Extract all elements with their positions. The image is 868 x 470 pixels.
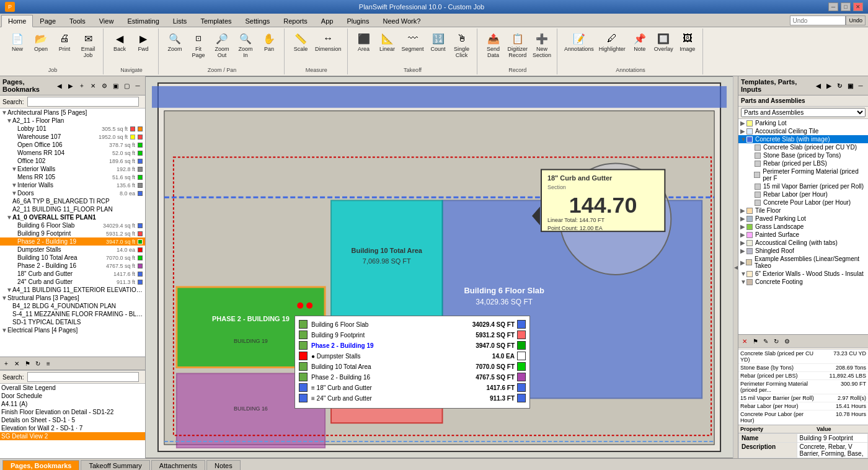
open-button[interactable]: 📂Open <box>30 30 52 54</box>
add-page-button[interactable]: + <box>77 81 87 91</box>
refresh-button[interactable]: ↻ <box>33 358 43 368</box>
zoom-button[interactable]: 🔍Zoom <box>164 30 186 54</box>
calc-flag-button[interactable]: ⚑ <box>750 336 760 346</box>
bookmark-item[interactable]: Elevation for Wall 2 - SD-1 · 7 <box>0 424 145 432</box>
email-job-button[interactable]: ✉EmailJob <box>77 30 99 60</box>
tree-expand-icon[interactable]: ▼ <box>6 286 12 293</box>
tree-item-selected[interactable]: Phase 2 - Building 19 3947.0 sq ft <box>0 237 145 246</box>
bookmark-item[interactable]: Finish Floor Elevation on Detail - SD1-2… <box>0 408 145 416</box>
tree-item[interactable]: SD-1 TYPICAL DETAILS <box>0 318 145 326</box>
expand-icon[interactable]: ▶ <box>740 247 746 254</box>
tree-item[interactable]: Warehouse 107 1952.0 sq ft <box>0 133 145 141</box>
calc-refresh-button[interactable]: ↻ <box>771 336 781 346</box>
expand-icon[interactable]: ▼ <box>740 278 746 285</box>
tab-lists[interactable]: Lists <box>166 14 194 27</box>
expand-icon[interactable]: ▶ <box>740 207 746 214</box>
bookmark-item[interactable]: Details on Sheet - SD-1 · 5 <box>0 416 145 424</box>
tree-item[interactable]: B4_12 BLDG 4_FOUNDATION PLAN <box>0 302 145 310</box>
parts-item[interactable]: Rebar Labor (per Hour) <box>738 190 868 198</box>
tree-expand-icon[interactable]: ▼ <box>11 190 17 197</box>
parts-item[interactable]: ▶ Parking Lot <box>738 119 868 127</box>
tab-takeoff-summary[interactable]: Takeoff Summary <box>81 460 149 470</box>
print-button[interactable]: 🖨Print <box>53 30 76 54</box>
tree-item[interactable]: ▼ Interior Walls 135.6 ft <box>0 181 145 189</box>
tree-item[interactable]: ▼ Structural Plans [3 Pages] <box>0 294 145 302</box>
expand-icon[interactable]: ▶ <box>740 215 746 222</box>
expand-icon[interactable]: ▶ <box>740 128 746 135</box>
parts-item[interactable]: ▶ Example Assemblies (Linear/Segment Tak… <box>738 255 868 270</box>
new-section-button[interactable]: ➕NewSection <box>531 30 553 60</box>
templates-expand-button[interactable]: ▣ <box>845 81 855 91</box>
tree-item[interactable]: ▼ A1_0 OVERALL SITE PLAN1 <box>0 213 145 221</box>
bookmark-item[interactable]: Door Schedule <box>0 392 145 400</box>
flag-button[interactable]: ⚑ <box>22 358 32 368</box>
templates-fwd-button[interactable]: ▶ <box>824 81 834 91</box>
parts-item[interactable]: ▼ Concrete Footing <box>738 278 868 286</box>
pages-tree[interactable]: ▼ Architectural Plans [5 Pages] ▼ A2_11 … <box>0 109 145 357</box>
tree-item[interactable]: ▼ Architectural Plans [5 Pages] <box>0 109 145 117</box>
tree-item[interactable]: Womens RR 104 52.0 sq ft <box>0 149 145 157</box>
tree-item[interactable]: S-4_11 MEZZANINE FLOOR FRAMING - BLDG 11 <box>0 310 145 318</box>
tab-estimating[interactable]: Estimating <box>120 14 166 27</box>
expand-icon[interactable]: ▶ <box>740 223 746 230</box>
tab-templates[interactable]: Templates <box>193 14 238 27</box>
tab-tools[interactable]: Tools <box>63 14 92 27</box>
parts-item[interactable]: Concrete Slab (priced per CU YD) <box>738 143 868 151</box>
search-input[interactable] <box>790 16 846 25</box>
tree-item[interactable]: 18" Curb and Gutter 1417.6 ft <box>0 270 145 278</box>
tree-item[interactable]: Phase 2 - Building 16 4767.5 sq ft <box>0 262 145 270</box>
templates-minus-button[interactable]: ─ <box>856 81 866 91</box>
parts-item[interactable]: Perimeter Forming Material (priced per F <box>738 167 868 182</box>
sort-button[interactable]: ≡ <box>43 358 53 368</box>
tree-item[interactable]: Lobby 101 305.5 sq ft <box>0 125 145 133</box>
tree-item[interactable]: ▼ Electrical Plans [4 Pages] <box>0 326 145 334</box>
expand-icon[interactable]: ▼ <box>740 270 746 277</box>
zoom-out-button[interactable]: 🔎ZoomOut <box>211 30 233 60</box>
send-data-button[interactable]: 📤SendData <box>482 30 505 60</box>
parts-item[interactable]: ▶ Accoustical Ceiling (with tabs) <box>738 239 868 247</box>
pages-search-input[interactable] <box>27 97 139 107</box>
tree-expand-icon[interactable]: ▼ <box>6 214 12 221</box>
collapse-button[interactable]: ◀ <box>55 81 64 91</box>
parts-dropdown[interactable]: Parts and Assemblies <box>738 107 868 119</box>
highlighter-button[interactable]: 🖊Highlighter <box>597 30 627 54</box>
close-button[interactable]: ✕ <box>853 2 863 11</box>
minus-button[interactable]: ─ <box>133 81 143 91</box>
segment-button[interactable]: 〰Segment <box>400 30 426 54</box>
tree-item[interactable]: ▼ A2_11 - Floor Plan <box>0 117 145 125</box>
tree-item[interactable]: A6_6A TYP B_ENLARGED TI RCP <box>0 197 145 205</box>
scale-button[interactable]: 📏Scale <box>290 30 312 54</box>
expand-icon[interactable]: ▶ <box>740 120 746 126</box>
calc-settings-button[interactable]: ⚙ <box>782 336 792 346</box>
tab-home[interactable]: Home <box>1 15 33 27</box>
expand-icon[interactable]: ▶ <box>740 231 746 238</box>
tab-view[interactable]: View <box>92 14 121 27</box>
tree-item[interactable]: Open Office 106 378.7 sq ft <box>0 141 145 149</box>
count-button[interactable]: 🔢Count <box>427 30 450 54</box>
tree-item[interactable]: Building 6 Floor Slab 34029.4 sq ft <box>0 221 145 229</box>
canvas-area[interactable]: Building 6 Floor Slab 34,029.36 SQ FT Bu… <box>146 76 733 458</box>
undo-button[interactable]: Undo <box>846 16 866 25</box>
image-button[interactable]: 🖼Image <box>676 30 699 54</box>
annotations-button[interactable]: 📝Annotations <box>562 30 596 54</box>
tab-settings[interactable]: Settings <box>239 14 277 27</box>
pan-button[interactable]: ✋Pan <box>258 30 280 54</box>
maximize-button[interactable]: □ <box>841 2 851 11</box>
tree-item[interactable]: 24" Curb and Gutter 911.3 ft <box>0 278 145 286</box>
minimize-button[interactable]: ─ <box>828 2 838 11</box>
tree-item[interactable]: A2_11 BUILDING 11_FLOOR PLAN <box>0 205 145 213</box>
tree-expand-icon[interactable]: ▼ <box>11 182 17 188</box>
parts-tree[interactable]: ▶ Parking Lot ▶ Accoustical Ceiling Tile… <box>738 119 868 334</box>
parts-item[interactable]: Rebar (priced per LBS) <box>738 159 868 167</box>
tree-item[interactable]: ▼ Doors 8.0 ea <box>0 189 145 197</box>
area-button[interactable]: ⬛Area <box>353 30 375 54</box>
parts-item[interactable]: ▶ Painted Surface <box>738 231 868 239</box>
calc-edit-button[interactable]: ✎ <box>761 336 771 346</box>
note-button[interactable]: 📌Note <box>629 30 651 54</box>
parts-item[interactable]: ▶ Paved Parking Lot <box>738 215 868 223</box>
overlay-button[interactable]: 🔲Overlay <box>652 30 675 54</box>
bookmarks-tree[interactable]: Overall Site Legend Door Schedule A4.11 … <box>0 384 145 458</box>
templates-back-button[interactable]: ◀ <box>813 81 823 91</box>
back-button[interactable]: ◀Back <box>108 30 131 54</box>
tab-need-work[interactable]: Need Work? <box>376 14 427 27</box>
